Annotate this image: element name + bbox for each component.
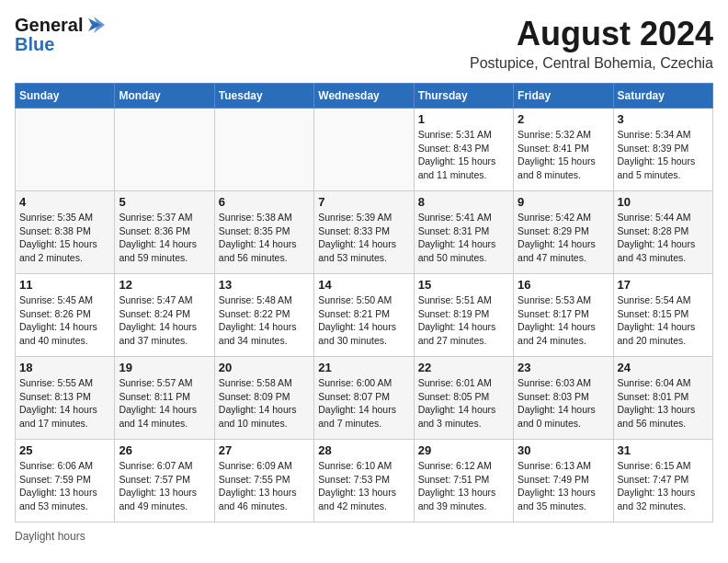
day-number: 10 (618, 195, 709, 209)
calendar-week-row: 1Sunrise: 5:31 AM Sunset: 8:43 PM Daylig… (16, 109, 713, 191)
day-number: 6 (219, 195, 310, 209)
day-info: Sunrise: 5:39 AM Sunset: 8:33 PM Dayligh… (318, 211, 409, 265)
day-number: 29 (418, 443, 509, 457)
table-row: 24Sunrise: 6:04 AM Sunset: 8:01 PM Dayli… (613, 357, 712, 440)
table-row: 26Sunrise: 6:07 AM Sunset: 7:57 PM Dayli… (115, 440, 214, 523)
day-number: 4 (19, 195, 110, 209)
table-row (214, 109, 313, 191)
day-info: Sunrise: 5:38 AM Sunset: 8:35 PM Dayligh… (219, 211, 310, 265)
day-number: 25 (19, 443, 110, 457)
table-row: 28Sunrise: 6:10 AM Sunset: 7:53 PM Dayli… (314, 440, 414, 523)
location-title: Postupice, Central Bohemia, Czechia (470, 55, 713, 72)
table-row: 23Sunrise: 6:03 AM Sunset: 8:03 PM Dayli… (514, 357, 613, 440)
day-info: Sunrise: 5:48 AM Sunset: 8:22 PM Dayligh… (219, 293, 310, 348)
table-row: 31Sunrise: 6:15 AM Sunset: 7:47 PM Dayli… (613, 440, 712, 523)
day-number: 3 (618, 112, 709, 126)
day-number: 22 (418, 361, 509, 374)
table-row: 2Sunrise: 5:32 AM Sunset: 8:41 PM Daylig… (514, 109, 613, 191)
day-info: Sunrise: 6:03 AM Sunset: 8:03 PM Dayligh… (518, 376, 609, 431)
day-info: Sunrise: 6:06 AM Sunset: 7:59 PM Dayligh… (19, 459, 110, 513)
day-number: 2 (518, 112, 609, 126)
day-number: 5 (119, 195, 210, 209)
logo-arrow-icon (85, 15, 105, 35)
header-friday: Friday (514, 84, 613, 109)
table-row: 8Sunrise: 5:41 AM Sunset: 8:31 PM Daylig… (414, 191, 513, 274)
day-info: Sunrise: 5:41 AM Sunset: 8:31 PM Dayligh… (418, 211, 509, 265)
table-row: 16Sunrise: 5:53 AM Sunset: 8:17 PM Dayli… (514, 274, 613, 357)
day-info: Sunrise: 5:57 AM Sunset: 8:11 PM Dayligh… (119, 376, 210, 431)
day-info: Sunrise: 5:32 AM Sunset: 8:41 PM Dayligh… (518, 128, 609, 182)
day-number: 23 (518, 361, 609, 374)
day-number: 17 (618, 278, 709, 292)
title-area: August 2024 Postupice, Central Bohemia, … (470, 15, 713, 72)
day-info: Sunrise: 5:37 AM Sunset: 8:36 PM Dayligh… (119, 211, 210, 265)
header: General Blue August 2024 Postupice, Cent… (15, 15, 713, 72)
day-info: Sunrise: 5:50 AM Sunset: 8:21 PM Dayligh… (318, 293, 409, 348)
table-row: 13Sunrise: 5:48 AM Sunset: 8:22 PM Dayli… (214, 274, 313, 357)
table-row: 14Sunrise: 5:50 AM Sunset: 8:21 PM Dayli… (314, 274, 414, 357)
table-row (115, 109, 214, 191)
day-info: Sunrise: 5:53 AM Sunset: 8:17 PM Dayligh… (518, 293, 609, 348)
day-info: Sunrise: 6:07 AM Sunset: 7:57 PM Dayligh… (119, 459, 210, 513)
day-info: Sunrise: 6:09 AM Sunset: 7:55 PM Dayligh… (219, 459, 310, 513)
table-row: 27Sunrise: 6:09 AM Sunset: 7:55 PM Dayli… (214, 440, 313, 523)
calendar-week-row: 11Sunrise: 5:45 AM Sunset: 8:26 PM Dayli… (16, 274, 713, 357)
header-tuesday: Tuesday (214, 84, 313, 109)
calendar-table: Sunday Monday Tuesday Wednesday Thursday… (15, 83, 713, 523)
calendar-week-row: 18Sunrise: 5:55 AM Sunset: 8:13 PM Dayli… (16, 357, 713, 440)
day-number: 20 (219, 361, 310, 374)
table-row: 5Sunrise: 5:37 AM Sunset: 8:36 PM Daylig… (115, 191, 214, 274)
footer-note: Daylight hours (15, 530, 713, 543)
day-info: Sunrise: 6:01 AM Sunset: 8:05 PM Dayligh… (418, 376, 509, 431)
table-row: 6Sunrise: 5:38 AM Sunset: 8:35 PM Daylig… (214, 191, 313, 274)
day-info: Sunrise: 5:51 AM Sunset: 8:19 PM Dayligh… (418, 293, 509, 348)
calendar-week-row: 25Sunrise: 6:06 AM Sunset: 7:59 PM Dayli… (16, 440, 713, 523)
table-row: 30Sunrise: 6:13 AM Sunset: 7:49 PM Dayli… (514, 440, 613, 523)
day-number: 7 (318, 195, 409, 209)
day-info: Sunrise: 5:31 AM Sunset: 8:43 PM Dayligh… (418, 128, 509, 182)
header-saturday: Saturday (613, 84, 712, 109)
calendar-week-row: 4Sunrise: 5:35 AM Sunset: 8:38 PM Daylig… (16, 191, 713, 274)
table-row: 3Sunrise: 5:34 AM Sunset: 8:39 PM Daylig… (613, 109, 712, 191)
table-row: 12Sunrise: 5:47 AM Sunset: 8:24 PM Dayli… (115, 274, 214, 357)
day-number: 16 (518, 278, 609, 292)
logo: General Blue (15, 15, 105, 54)
table-row: 9Sunrise: 5:42 AM Sunset: 8:29 PM Daylig… (514, 191, 613, 274)
day-info: Sunrise: 5:44 AM Sunset: 8:28 PM Dayligh… (618, 211, 709, 265)
header-wednesday: Wednesday (314, 84, 414, 109)
table-row: 7Sunrise: 5:39 AM Sunset: 8:33 PM Daylig… (314, 191, 414, 274)
day-number: 18 (19, 361, 110, 374)
day-info: Sunrise: 6:10 AM Sunset: 7:53 PM Dayligh… (318, 459, 409, 513)
table-row: 15Sunrise: 5:51 AM Sunset: 8:19 PM Dayli… (414, 274, 513, 357)
table-row: 21Sunrise: 6:00 AM Sunset: 8:07 PM Dayli… (314, 357, 414, 440)
day-info: Sunrise: 5:45 AM Sunset: 8:26 PM Dayligh… (19, 293, 110, 348)
day-number: 15 (418, 278, 509, 292)
day-number: 27 (219, 443, 310, 457)
day-number: 13 (219, 278, 310, 292)
day-number: 1 (418, 112, 509, 126)
month-title: August 2024 (470, 15, 713, 53)
table-row: 18Sunrise: 5:55 AM Sunset: 8:13 PM Dayli… (16, 357, 115, 440)
table-row: 22Sunrise: 6:01 AM Sunset: 8:05 PM Dayli… (414, 357, 513, 440)
table-row: 10Sunrise: 5:44 AM Sunset: 8:28 PM Dayli… (613, 191, 712, 274)
table-row: 29Sunrise: 6:12 AM Sunset: 7:51 PM Dayli… (414, 440, 513, 523)
table-row: 11Sunrise: 5:45 AM Sunset: 8:26 PM Dayli… (16, 274, 115, 357)
logo-general-text: General (15, 16, 83, 34)
day-number: 31 (618, 443, 709, 457)
day-info: Sunrise: 6:13 AM Sunset: 7:49 PM Dayligh… (518, 459, 609, 513)
table-row: 1Sunrise: 5:31 AM Sunset: 8:43 PM Daylig… (414, 109, 513, 191)
table-row (16, 109, 115, 191)
day-number: 12 (119, 278, 210, 292)
day-info: Sunrise: 5:42 AM Sunset: 8:29 PM Dayligh… (518, 211, 609, 265)
day-info: Sunrise: 5:35 AM Sunset: 8:38 PM Dayligh… (19, 211, 110, 265)
table-row: 25Sunrise: 6:06 AM Sunset: 7:59 PM Dayli… (16, 440, 115, 523)
day-number: 30 (518, 443, 609, 457)
header-monday: Monday (115, 84, 214, 109)
day-info: Sunrise: 6:04 AM Sunset: 8:01 PM Dayligh… (618, 376, 709, 431)
table-row: 19Sunrise: 5:57 AM Sunset: 8:11 PM Dayli… (115, 357, 214, 440)
calendar-header-row: Sunday Monday Tuesday Wednesday Thursday… (16, 84, 713, 109)
day-number: 9 (518, 195, 609, 209)
day-number: 28 (318, 443, 409, 457)
table-row: 17Sunrise: 5:54 AM Sunset: 8:15 PM Dayli… (613, 274, 712, 357)
table-row (314, 109, 414, 191)
